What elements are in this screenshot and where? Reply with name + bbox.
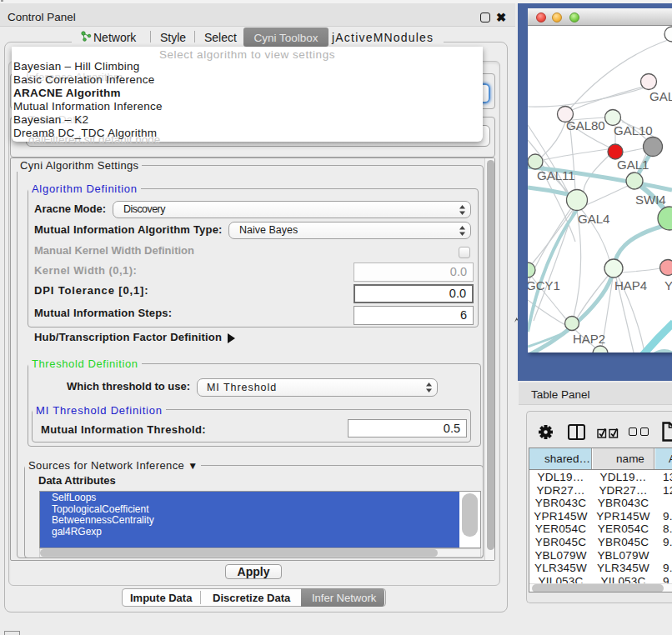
svg-text:SWI4: SWI4 <box>635 192 666 207</box>
svg-text:GCY1: GCY1 <box>528 278 560 292</box>
svg-text:YD: YD <box>664 278 672 292</box>
svg-text:HAP4: HAP4 <box>614 278 647 292</box>
svg-text:HAP2: HAP2 <box>573 332 605 346</box>
svg-text:GAL80: GAL80 <box>566 118 605 132</box>
svg-text:GAL1: GAL1 <box>617 158 649 172</box>
svg-text:GAL7: GAL7 <box>649 89 672 103</box>
svg-text:GAL11: GAL11 <box>537 168 575 182</box>
svg-text:GAL10: GAL10 <box>614 123 653 138</box>
svg-text:GAL4: GAL4 <box>578 212 609 226</box>
